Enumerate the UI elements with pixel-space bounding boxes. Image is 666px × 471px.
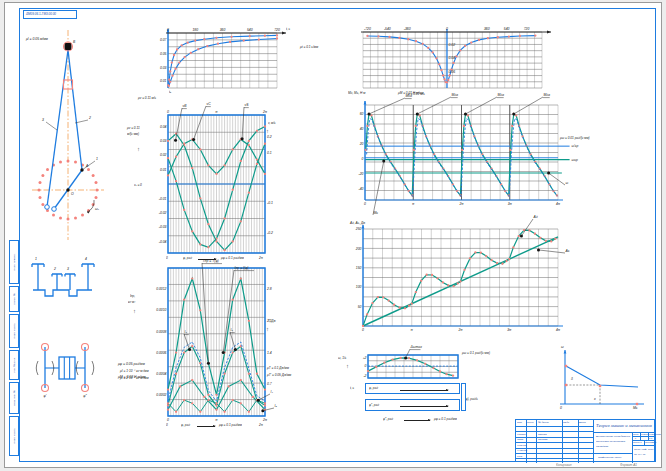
phase-band3-arrow-icon [404, 420, 430, 421]
phase-band1-arrow-icon [400, 390, 448, 391]
svg-text:0.0002: 0.0002 [156, 393, 166, 397]
tb-col-podp: Подп. [563, 421, 570, 424]
phase-band3-scale: μφ = 0.1 рад/мм [434, 417, 457, 420]
vel-xlab: φ, рад [183, 256, 192, 259]
vel-scale-left1: μv = 0.11 [127, 126, 140, 129]
svg-text:540: 540 [247, 28, 253, 32]
svg-text:Mдв: Mдв [544, 93, 551, 97]
svg-text:2.8: 2.8 [266, 287, 272, 291]
svg-text:-540: -540 [384, 27, 391, 31]
phase-band2-arrow-icon [400, 406, 448, 407]
vel-scale-left2: м/(с·мм) [127, 132, 139, 135]
phase-band-cap [461, 383, 466, 411]
svg-text:-2: -2 [363, 374, 366, 378]
svg-text:Aс: Aс [565, 249, 570, 253]
chart-canvas: 0π2π0.040.030.020.01-0.01-0.02-0.03-0.04… [168, 115, 265, 253]
tb-doc-type: Графическая часть [598, 456, 622, 459]
chart-notch: -720-540-36003605407200.020.040.06 [363, 32, 542, 88]
tb-lit: Лит. [633, 433, 639, 436]
omv-scale-label: μω = 0.1 рад/(с·мм) [462, 351, 490, 354]
shaft-mu1: μφ = 0.05 рад/мм [117, 362, 145, 366]
vel-x2pi: 2π [259, 256, 263, 259]
reg-zero-label: 0 [560, 406, 562, 410]
time-scale-label: μt = 0.1 с/мм [300, 45, 318, 48]
svg-text:Mдв: Mдв [498, 93, 505, 97]
svg-text:4π: 4π [556, 202, 561, 206]
phase-band2-label: φ″, рад [369, 403, 379, 406]
time-axis-label: t, с [286, 27, 290, 30]
vel-scale-top: μv = 0.11 м/с [138, 96, 156, 99]
chart-work: 0π2π3π4π25020015010050AдAс [363, 229, 558, 326]
svg-text:200: 200 [355, 247, 362, 251]
tb-col-doc: № докум. [538, 421, 549, 424]
tb-org2: гр. МА-31 [634, 453, 645, 456]
svg-text:Iпр = I(φ): Iпр = I(φ) [235, 266, 249, 270]
svg-text:-20: -20 [359, 172, 364, 176]
tb-role-4: Утв. [517, 455, 523, 458]
svg-text:-0.2: -0.2 [267, 231, 273, 235]
svg-text:ωср: ωср [572, 158, 578, 162]
vel-v1-label: v₁ = 0 [134, 183, 142, 186]
tb-role-0: Разраб. [517, 433, 526, 436]
svg-text:0: 0 [362, 328, 364, 332]
svg-text:3π: 3π [507, 328, 512, 332]
link1-label: 1 [96, 157, 98, 161]
svg-text:0.7: 0.7 [267, 382, 272, 386]
svg-text:-0.04: -0.04 [159, 240, 167, 244]
copy-label: Копировал [556, 463, 572, 466]
svg-text:0.02: 0.02 [448, 43, 455, 47]
tb-role-3: Н.контр. [517, 449, 528, 452]
vel-x-arrow-icon [198, 259, 216, 260]
tb-name-0: Иванов [538, 433, 547, 436]
svg-text:0.0006: 0.0006 [156, 351, 166, 355]
chart-velocity: 0π2π0.040.030.020.01-0.01-0.02-0.03-0.04… [168, 115, 265, 253]
vel-xscale: μφ = 0.1 рад/мм [221, 256, 244, 259]
mom-axis-label: Mд, Mс, Н·м [348, 91, 365, 94]
svg-text:0.05: 0.05 [160, 52, 167, 56]
tb-title: Теория машин и механизмов [596, 423, 652, 429]
in-mu-right1: μT = 0.1 Дж/мм [267, 366, 289, 369]
svg-text:150: 150 [356, 266, 362, 270]
svg-text:0.06: 0.06 [448, 70, 455, 74]
svg-text:0.01: 0.01 [160, 168, 167, 172]
svg-text:Mс: Mс [374, 211, 379, 215]
chart-canvas: 01803605407200.070.050.030.01 [168, 33, 277, 88]
phase-band3-label: φ‴, рад [383, 417, 393, 420]
svg-text:0.07: 0.07 [160, 38, 167, 42]
tb-role-1: Пров. [517, 438, 524, 441]
tb-col-list: Лист [527, 421, 533, 424]
svg-text:Mдв: Mдв [452, 93, 459, 97]
omv-left-label: ω, 1/с [338, 356, 346, 359]
vel-axis-right: v, м/с [268, 121, 276, 124]
svg-text:720: 720 [524, 27, 530, 31]
svg-text:720: 720 [274, 28, 280, 32]
svg-text:180: 180 [192, 28, 198, 32]
mass-label-2: 2 [53, 267, 56, 271]
svg-text:1.4: 1.4 [267, 351, 272, 355]
chart-omega: +20-2Δωmax [368, 355, 458, 378]
phase-band-2: φ″, рад [365, 399, 460, 411]
in-left-arrow-icon: ↑ [133, 308, 136, 315]
in-mu-left2: μI = 2·10⁻⁵ кг·м²/мм [120, 376, 149, 380]
tb-name-1: Петров [538, 438, 547, 441]
link2-label: 2 [88, 116, 91, 120]
svg-text:-0.02: -0.02 [159, 211, 167, 215]
in-axis-left2: кг·м² [128, 300, 135, 303]
artwork-layer: B A O 1 2 3 ω₁ μl = 0.05 м/мм 1 2 3 4 [0, 0, 666, 471]
svg-text:0: 0 [364, 202, 366, 206]
reg-omega-label: ω [561, 345, 564, 349]
omega1-label: ω₁ [95, 207, 99, 211]
chart-inertia: 0π2π0.00120.00100.00080.00060.00040.0002… [168, 268, 265, 416]
svg-text:0: 0 [167, 110, 169, 114]
svg-text:0.03: 0.03 [160, 66, 167, 70]
time-origin-label: t₀ [169, 90, 171, 93]
in-x-arrow-icon [197, 426, 215, 427]
svg-text:-360: -360 [404, 27, 411, 31]
tb-masshtab: Масштаб [649, 433, 661, 436]
svg-text:50: 50 [358, 305, 362, 309]
chart-time: 01803605407200.070.050.030.01 [168, 33, 277, 88]
svg-text:20: 20 [359, 142, 364, 146]
in-x0: 0 [166, 423, 168, 426]
svg-text:-0.1: -0.1 [267, 201, 273, 205]
tb-role-2: Т.контр. [517, 444, 527, 447]
